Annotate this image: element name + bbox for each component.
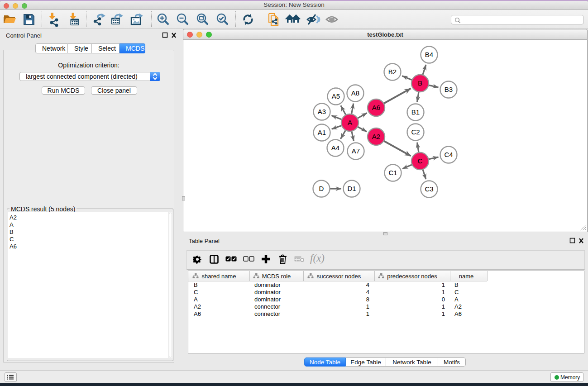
svg-text:B4: B4 (425, 51, 433, 58)
svg-text:D1: D1 (347, 185, 356, 192)
svg-text:A: A (347, 119, 352, 126)
svg-text:B: B (417, 79, 422, 87)
svg-text:B3: B3 (444, 86, 452, 93)
svg-text:A6: A6 (372, 104, 380, 111)
svg-text:C: C (417, 157, 422, 165)
svg-text:C1: C1 (388, 169, 397, 176)
svg-text:A5: A5 (331, 92, 339, 100)
svg-text:C3: C3 (425, 185, 433, 193)
svg-text:A8: A8 (351, 89, 359, 97)
svg-text:A7: A7 (351, 147, 359, 155)
svg-text:D: D (319, 185, 324, 192)
svg-text:B1: B1 (411, 108, 419, 116)
svg-text:A4: A4 (331, 144, 339, 152)
svg-text:A2: A2 (372, 133, 380, 140)
svg-text:C2: C2 (411, 128, 420, 136)
svg-text:B2: B2 (388, 68, 396, 76)
svg-text:A3: A3 (317, 108, 325, 115)
svg-text:A1: A1 (317, 129, 325, 136)
svg-text:C4: C4 (444, 151, 453, 158)
